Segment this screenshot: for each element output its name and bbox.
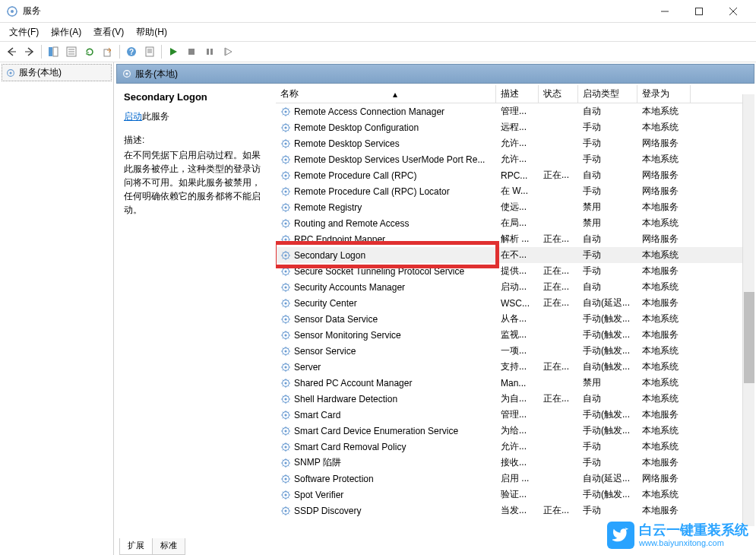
watermark-logo: [607, 522, 634, 549]
gear-icon: [280, 506, 291, 516]
close-button[interactable]: [716, 0, 750, 22]
menu-view[interactable]: 查看(V): [87, 24, 130, 40]
service-row[interactable]: Remote Desktop Services UserMode Port Re…: [276, 151, 754, 167]
service-desc-cell: 在 W...: [496, 185, 539, 198]
gear-icon: [280, 122, 291, 133]
svg-point-78: [284, 493, 286, 496]
column-startup-type[interactable]: 启动类型: [578, 85, 637, 103]
service-startup-cell: 手动: [578, 504, 637, 517]
service-row[interactable]: Software Protection启用 ...自动(延迟...网络服务: [276, 471, 754, 487]
service-row[interactable]: Remote Procedure Call (RPC) Locator在 W..…: [276, 183, 754, 199]
service-row[interactable]: Remote Access Connection Manager管理...自动本…: [276, 103, 754, 119]
service-row[interactable]: Remote Registry使远...禁用本地服务: [276, 199, 754, 215]
service-name-cell: Remote Desktop Services: [276, 138, 496, 149]
service-row[interactable]: Smart Card Removal Policy允许...手动本地系统: [276, 439, 754, 455]
service-startup-cell: 手动: [578, 185, 637, 198]
forward-button[interactable]: [21, 43, 38, 60]
service-name-cell: SSDP Discovery: [276, 506, 496, 516]
service-startup-cell: 自动: [578, 233, 637, 246]
gear-icon: [280, 218, 291, 229]
service-row[interactable]: Secondary Logon在不...手动本地系统: [276, 247, 754, 263]
service-desc-cell: 允许...: [496, 440, 539, 453]
tab-standard[interactable]: 标准: [152, 538, 185, 555]
service-logon-cell: 网络服务: [637, 233, 691, 246]
service-row[interactable]: Sensor Service一项...手动(触发...本地系统: [276, 343, 754, 359]
service-desc-cell: Man...: [496, 378, 539, 388]
column-status[interactable]: 状态: [539, 85, 578, 103]
service-logon-cell: 本地服务: [637, 408, 691, 421]
toolbar-separator: [161, 45, 162, 59]
minimize-button[interactable]: [647, 0, 682, 22]
service-row[interactable]: Security CenterWSC...正在...自动(延迟...本地服务: [276, 295, 754, 311]
service-row[interactable]: Sensor Data Service从各...手动(触发...本地系统: [276, 311, 754, 327]
gear-icon: [280, 234, 291, 245]
back-button[interactable]: [3, 43, 20, 60]
properties-button[interactable]: [63, 43, 80, 60]
service-name: Smart Card Removal Policy: [294, 442, 406, 452]
start-service-button[interactable]: [165, 43, 182, 60]
service-desc-cell: 当发...: [496, 504, 539, 517]
tree-root-services[interactable]: 服务(本地): [2, 64, 112, 81]
service-startup-cell: 自动(触发...: [578, 360, 637, 373]
help-button[interactable]: ?: [123, 43, 140, 60]
service-name-cell: Remote Desktop Configuration: [276, 122, 496, 133]
service-row[interactable]: Shell Hardware Detection为自...正在...自动本地系统: [276, 391, 754, 407]
service-row[interactable]: Remote Desktop Services允许...手动网络服务: [276, 135, 754, 151]
svg-point-52: [284, 286, 286, 288]
svg-point-58: [284, 334, 286, 336]
service-logon-cell: 网络服务: [637, 472, 691, 485]
properties-sheet-button[interactable]: [141, 43, 158, 60]
service-name-cell: Routing and Remote Access: [276, 218, 496, 229]
service-row[interactable]: Smart Card Device Enumeration Service为给.…: [276, 423, 754, 439]
service-name: Server: [294, 362, 321, 373]
service-name-cell: Smart Card Device Enumeration Service: [276, 426, 496, 436]
service-name: Sensor Monitoring Service: [294, 330, 401, 341]
service-row[interactable]: Remote Procedure Call (RPC)RPC...正在...自动…: [276, 167, 754, 183]
service-row[interactable]: Smart Card管理...手动(触发...本地服务: [276, 407, 754, 423]
service-logon-cell: 网络服务: [637, 169, 691, 182]
svg-point-44: [284, 222, 286, 224]
pause-service-button[interactable]: [201, 43, 218, 60]
service-row[interactable]: Security Accounts Manager启动...正在...自动本地系…: [276, 279, 754, 295]
gear-icon: [280, 298, 291, 309]
stop-service-button[interactable]: [183, 43, 200, 60]
svg-point-80: [284, 509, 286, 512]
service-name-cell: Sensor Service: [276, 346, 496, 357]
refresh-button[interactable]: [81, 43, 98, 60]
service-desc-cell: 允许...: [496, 153, 539, 166]
start-service-link[interactable]: 启动: [124, 111, 142, 122]
tab-extended[interactable]: 扩展: [119, 538, 153, 555]
service-desc-cell: 启动...: [496, 281, 539, 293]
service-row[interactable]: SSDP Discovery当发...正在...手动本地服务: [276, 503, 754, 519]
vertical-scrollbar[interactable]: [742, 94, 754, 526]
service-name: Remote Desktop Services: [294, 138, 400, 149]
service-logon-cell: 本地系统: [637, 424, 691, 437]
watermark: 白云一键重装系统 www.baiyunxitong.com: [607, 522, 748, 549]
menu-help[interactable]: 帮助(H): [130, 24, 173, 40]
service-row[interactable]: Server支持...正在...自动(触发...本地系统: [276, 359, 754, 375]
service-row[interactable]: Sensor Monitoring Service监视...手动(触发...本地…: [276, 327, 754, 343]
service-row[interactable]: RPC Endpoint Mapper解析 ...正在...自动网络服务: [276, 231, 754, 247]
scrollbar-thumb[interactable]: [744, 292, 754, 383]
service-status-cell: 正在...: [539, 265, 578, 278]
export-button[interactable]: [100, 43, 116, 60]
service-desc-cell: 在不...: [496, 249, 539, 262]
service-row[interactable]: Spot Verifier验证...手动(触发...本地系统: [276, 487, 754, 503]
service-row[interactable]: SNMP 陷阱接收...手动本地服务: [276, 455, 754, 471]
show-hide-tree-button[interactable]: [45, 43, 62, 60]
restart-service-button[interactable]: [220, 43, 236, 60]
gear-icon: [280, 138, 291, 149]
column-logon-as[interactable]: 登录为: [637, 85, 691, 103]
service-row[interactable]: Secure Socket Tunneling Protocol Service…: [276, 263, 754, 279]
column-description[interactable]: 描述: [496, 85, 539, 103]
svg-point-70: [284, 430, 286, 432]
service-row[interactable]: Routing and Remote Access在局...禁用本地系统: [276, 215, 754, 231]
menu-action[interactable]: 操作(A): [45, 24, 87, 40]
detail-action-row: 启动此服务: [124, 110, 268, 123]
service-row[interactable]: Remote Desktop Configuration远程...手动本地系统: [276, 119, 754, 135]
service-row[interactable]: Shared PC Account ManagerMan...禁用本地系统: [276, 375, 754, 391]
maximize-button[interactable]: [682, 0, 716, 22]
menu-file[interactable]: 文件(F): [3, 24, 45, 40]
column-name[interactable]: 名称▴: [276, 85, 496, 103]
svg-point-76: [284, 477, 286, 480]
